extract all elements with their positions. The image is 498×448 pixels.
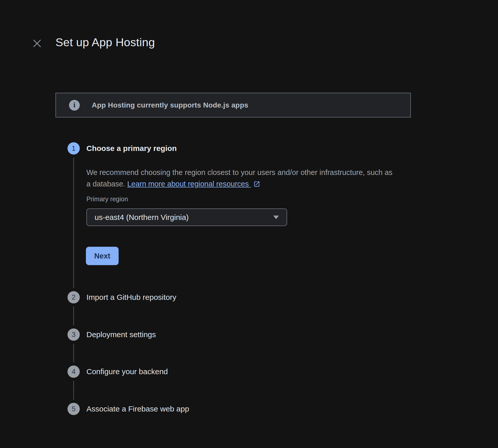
learn-more-link[interactable]: Learn more about regional resources bbox=[127, 180, 251, 188]
setup-app-hosting-dialog: Set up App Hosting i App Hosting current… bbox=[0, 0, 498, 448]
step-3-number-badge: 3 bbox=[67, 328, 80, 341]
open-in-new-icon bbox=[253, 179, 260, 191]
next-button[interactable]: Next bbox=[86, 247, 119, 265]
close-icon bbox=[33, 39, 41, 49]
page-title: Set up App Hosting bbox=[55, 36, 155, 49]
step-connector bbox=[73, 381, 74, 400]
close-button[interactable] bbox=[31, 38, 43, 50]
primary-region-field-label: Primary region bbox=[86, 195, 128, 203]
step-2-label: Import a GitHub repository bbox=[86, 291, 176, 303]
step-connector bbox=[73, 344, 74, 362]
info-icon: i bbox=[69, 100, 80, 111]
step-5-number-badge: 5 bbox=[67, 403, 80, 415]
step-1-number-badge: 1 bbox=[67, 142, 80, 155]
step-5-label: Associate a Firebase web app bbox=[86, 403, 189, 415]
step-connector bbox=[73, 158, 74, 288]
step-4-number-badge: 4 bbox=[67, 366, 80, 378]
primary-region-select[interactable]: us-east4 (Northern Virginia) bbox=[86, 208, 287, 226]
info-banner-text: App Hosting currently supports Node.js a… bbox=[92, 101, 248, 109]
step-connector bbox=[73, 306, 74, 325]
info-banner: i App Hosting currently supports Node.js… bbox=[55, 93, 411, 117]
region-description: We recommend choosing the region closest… bbox=[86, 167, 393, 191]
step-2-number-badge: 2 bbox=[67, 291, 80, 303]
step-4-label: Configure your backend bbox=[86, 366, 168, 378]
step-3-label: Deployment settings bbox=[86, 328, 156, 341]
chevron-down-icon bbox=[273, 216, 279, 219]
step-1-label: Choose a primary region bbox=[86, 142, 177, 155]
primary-region-selected-value: us-east4 (Northern Virginia) bbox=[95, 213, 273, 222]
